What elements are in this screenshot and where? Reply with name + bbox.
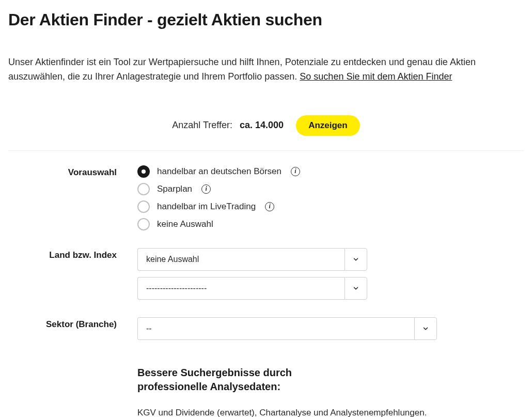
radio-livetrading[interactable]: handelbar im LiveTrading i <box>137 200 437 213</box>
radio-label: keine Auswahl <box>157 219 213 229</box>
row-footer-info: Bessere Suchergebnisse durch professione… <box>8 366 524 417</box>
label-sector: Sektor (Branche) <box>8 317 137 330</box>
chevron-down-icon <box>345 277 367 300</box>
select-country-sub[interactable]: ---------------------- <box>137 277 367 300</box>
select-country-sub-value: ---------------------- <box>137 277 345 300</box>
chevron-down-icon <box>345 248 367 271</box>
info-icon[interactable]: i <box>291 167 300 176</box>
intro-link[interactable]: So suchen Sie mit dem Aktien Finder <box>300 71 452 82</box>
select-sector[interactable]: -- <box>137 317 437 340</box>
radio-sparplan[interactable]: Sparplan i <box>137 183 437 195</box>
results-count: ca. 14.000 <box>240 120 284 131</box>
info-icon[interactable]: i <box>265 202 274 211</box>
label-country: Land bzw. Index <box>8 248 137 260</box>
radio-keine-auswahl[interactable]: keine Auswahl <box>137 218 437 230</box>
footer-text: KGV und Dividende (erwartet), Chartanaly… <box>137 406 437 417</box>
row-country: Land bzw. Index keine Auswahl ----------… <box>8 248 524 300</box>
results-label: Anzahl Treffer: <box>172 120 232 131</box>
radio-group-preselect: handelbar an deutschen Börsen i Sparplan… <box>137 165 437 230</box>
page-title: Der Aktien Finder - gezielt Aktien suche… <box>8 10 524 29</box>
select-country-value: keine Auswahl <box>137 248 345 271</box>
radio-indicator <box>137 218 150 230</box>
radio-label: handelbar an deutschen Börsen <box>157 166 281 177</box>
radio-label: Sparplan <box>157 184 192 194</box>
show-results-button[interactable]: Anzeigen <box>296 115 360 136</box>
radio-indicator <box>137 183 150 195</box>
radio-indicator <box>137 165 150 178</box>
info-icon[interactable]: i <box>201 184 211 194</box>
select-sector-value: -- <box>137 317 414 340</box>
radio-label: handelbar im LiveTrading <box>157 202 256 212</box>
radio-handelbar-deutschen[interactable]: handelbar an deutschen Börsen i <box>137 165 437 178</box>
results-bar: Anzahl Treffer: ca. 14.000 Anzeigen <box>8 115 524 151</box>
radio-indicator <box>137 200 150 213</box>
row-sector: Sektor (Branche) -- <box>8 317 524 340</box>
select-country[interactable]: keine Auswahl <box>137 248 367 271</box>
row-preselect: Vorauswahl handelbar an deutschen Börsen… <box>8 165 524 230</box>
intro-paragraph: Unser Aktienfinder ist ein Tool zur Wert… <box>8 55 524 84</box>
footer-heading: Bessere Suchergebnisse durch professione… <box>137 366 365 394</box>
chevron-down-icon <box>414 317 437 340</box>
label-preselect: Vorauswahl <box>8 165 137 178</box>
